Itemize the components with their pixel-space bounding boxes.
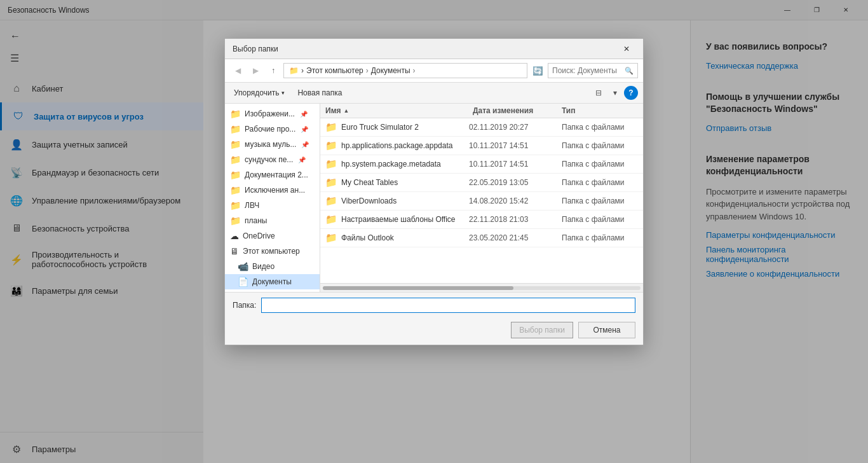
address-path[interactable]: 📁 › Этот компьютер › Документы ›: [283, 63, 527, 78]
file-name: Euro Truck Simulator 2: [341, 123, 465, 132]
forward-nav-button[interactable]: ▶: [248, 63, 263, 78]
nav-item-images[interactable]: 📁 Изображени... 📌: [225, 106, 320, 121]
file-type: Папка с файлами: [562, 123, 638, 132]
new-folder-label: Новая папка: [297, 88, 342, 97]
file-row[interactable]: 📁 Файлы Outlook 23.05.2020 21:45 Папка с…: [320, 229, 643, 247]
organize-chevron: ▾: [281, 90, 285, 96]
file-list: 📁 Euro Truck Simulator 2 02.11.2019 20:2…: [320, 118, 643, 283]
view-dropdown-button[interactable]: ▾: [607, 85, 623, 100]
nav-item-desktop[interactable]: 📁 Рабочие про... 📌: [225, 121, 320, 137]
file-type: Папка с файлами: [562, 160, 638, 169]
organize-button[interactable]: Упорядочить ▾: [230, 86, 288, 99]
help-button[interactable]: ?: [624, 86, 638, 100]
file-date: 02.11.2019 20:27: [469, 123, 558, 132]
folder-icon: 📁: [230, 216, 241, 226]
nav-item-plany[interactable]: 📁 планы: [225, 213, 320, 228]
nav-item-documents[interactable]: 📄 Документы: [225, 274, 320, 289]
dialog-close-button[interactable]: ✕: [618, 40, 635, 58]
file-pane: Имя ▲ Дата изменения Тип 📁 Euro Truck Si…: [320, 104, 643, 292]
pin-icon: 📌: [300, 111, 308, 118]
nav-item-sunduchok[interactable]: 📁 сундучок пе... 📌: [225, 152, 320, 167]
file-type: Папка с файлами: [562, 197, 638, 205]
file-type: Папка с файлами: [562, 178, 638, 187]
folder-icon: 📁: [325, 158, 337, 170]
view-buttons: ⊟ ▾ ?: [591, 85, 638, 100]
folder-icon: 📁: [325, 232, 337, 244]
col-name-header[interactable]: Имя ▲: [325, 106, 473, 115]
folder-icon: 📁: [230, 185, 241, 195]
dialog-footer: Папка: Выбор папки Отмена: [225, 292, 643, 345]
dialog-addressbar: ◀ ▶ ↑ 📁 › Этот компьютер › Документы › 🔄…: [225, 59, 643, 83]
cancel-button[interactable]: Отмена: [578, 322, 635, 338]
refresh-button[interactable]: 🔄: [530, 63, 545, 78]
folder-icon: 📁: [325, 177, 337, 188]
nav-item-video[interactable]: 📹 Видео: [225, 259, 320, 274]
pin-icon: 📌: [298, 156, 306, 163]
folder-icon: 📁: [230, 109, 241, 119]
file-name: hp.system.package.metadata: [341, 160, 465, 169]
nav-label: Документация 2...: [245, 170, 308, 179]
file-row[interactable]: 📁 hp.applications.package.appdata 10.11.…: [320, 137, 643, 155]
folder-icon: 📁: [325, 214, 337, 225]
search-input[interactable]: [552, 66, 622, 75]
file-date: 23.05.2020 21:45: [469, 233, 558, 242]
folder-icon: 📁: [325, 121, 337, 133]
col-date-header[interactable]: Дата изменения: [473, 106, 562, 115]
folder-icon: 📁: [325, 140, 337, 151]
nav-label: Рабочие про...: [245, 125, 295, 134]
folder-icon: 📁: [230, 139, 241, 149]
nav-label: Документы: [252, 277, 292, 286]
file-row[interactable]: 📁 hp.system.package.metadata 10.11.2017 …: [320, 155, 643, 174]
file-name: Файлы Outlook: [341, 233, 465, 242]
col-type-header[interactable]: Тип: [562, 106, 638, 115]
dialog-overlay: Выбор папки ✕ ◀ ▶ ↑ 📁 › Этот компьютер ›…: [0, 0, 868, 463]
file-row[interactable]: 📁 My Cheat Tables 22.05.2019 13:05 Папка…: [320, 174, 643, 192]
file-name: Настраиваемые шаблоны Office: [341, 215, 465, 224]
file-dialog: Выбор папки ✕ ◀ ▶ ↑ 📁 › Этот компьютер ›…: [224, 38, 644, 345]
path-segment-docs: Документы: [371, 66, 410, 75]
nav-pane: 📁 Изображени... 📌 📁 Рабочие про... 📌 📁 м…: [225, 104, 320, 292]
folder-icon: 📁: [325, 195, 337, 207]
nav-item-thispc[interactable]: 🖥 Этот компьютер: [225, 244, 320, 259]
path-arrow: ›: [301, 66, 304, 75]
nav-item-dokumentatsiya[interactable]: 📁 Документация 2...: [225, 167, 320, 183]
footer-buttons: Выбор папки Отмена: [225, 318, 643, 345]
back-nav-button[interactable]: ◀: [230, 63, 245, 78]
dialog-body: 📁 Изображени... 📌 📁 Рабочие про... 📌 📁 м…: [225, 104, 643, 292]
select-folder-button[interactable]: Выбор папки: [511, 322, 573, 338]
file-date: 10.11.2017 14:51: [469, 141, 558, 150]
nav-label: Изображени...: [245, 109, 295, 118]
horizontal-scrollbar[interactable]: [320, 283, 643, 292]
file-type: Папка с файлами: [562, 233, 638, 242]
nav-item-music[interactable]: 📁 музыка муль... 📌: [225, 137, 320, 152]
folder-input[interactable]: [261, 298, 635, 313]
nav-item-onedrive[interactable]: ☁ OneDrive: [225, 228, 320, 244]
file-list-header: Имя ▲ Дата изменения Тип: [320, 104, 643, 118]
nav-item-lvch[interactable]: 📁 ЛВЧ: [225, 198, 320, 213]
new-folder-button[interactable]: Новая папка: [294, 86, 346, 99]
path-separator2: ›: [413, 66, 416, 75]
view-list-button[interactable]: ⊟: [591, 85, 606, 100]
dialog-toolbar: Упорядочить ▾ Новая папка ⊟ ▾ ?: [225, 83, 643, 104]
file-type: Папка с файлами: [562, 141, 638, 150]
file-row[interactable]: 📁 Настраиваемые шаблоны Office 22.11.201…: [320, 211, 643, 229]
dialog-titlebar: Выбор папки ✕: [225, 39, 643, 59]
file-row[interactable]: 📁 Euro Truck Simulator 2 02.11.2019 20:2…: [320, 118, 643, 137]
up-nav-button[interactable]: ↑: [266, 63, 281, 78]
nav-label: OneDrive: [243, 232, 275, 240]
folder-field: Папка:: [225, 293, 643, 318]
nav-label: сундучок пе...: [245, 155, 293, 164]
file-date: 10.11.2017 14:51: [469, 160, 558, 169]
video-icon: 📹: [238, 261, 248, 272]
nav-item-isklyucheniya[interactable]: 📁 Исключения ан...: [225, 183, 320, 198]
pin-icon: 📌: [301, 141, 309, 148]
search-box: 🔍: [548, 63, 638, 78]
documents-icon: 📄: [238, 277, 248, 287]
file-date: 22.05.2019 13:05: [469, 178, 558, 187]
folder-label: Папка:: [233, 301, 256, 310]
file-name: ViberDownloads: [341, 197, 465, 205]
path-separator: ›: [366, 66, 369, 75]
file-type: Папка с файлами: [562, 215, 638, 224]
file-row[interactable]: 📁 ViberDownloads 14.08.2020 15:42 Папка …: [320, 192, 643, 211]
file-date: 22.11.2018 21:03: [469, 215, 558, 224]
